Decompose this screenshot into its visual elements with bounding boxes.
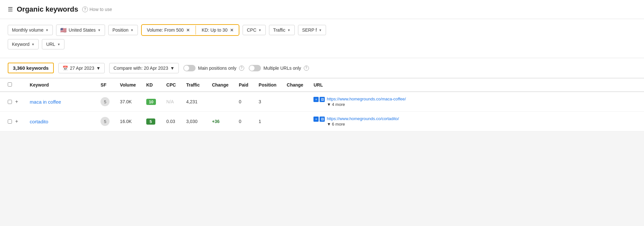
row1-kd-cell: 10 xyxy=(141,92,161,112)
header: ☰ Organic keywords ? How to use xyxy=(0,0,644,19)
date-picker-button[interactable]: 📅 27 Apr 2023 ▼ xyxy=(58,63,105,73)
filters-row-1: Monthly volume ▼ 🇺🇸 United States ▼ Posi… xyxy=(8,24,636,36)
row2-url-text-block: https://www.homegrounds.co/cortadito/ ▼ … xyxy=(327,116,399,127)
hamburger-icon[interactable]: ☰ xyxy=(8,6,13,13)
monthly-volume-filter[interactable]: Monthly volume ▼ xyxy=(8,25,53,35)
keyword-filter-arrow: ▼ xyxy=(31,43,34,46)
row1-url-more-arrow: ▼ xyxy=(327,102,331,107)
row2-kd-cell: 5 xyxy=(141,112,161,131)
th-paid: Paid xyxy=(234,78,254,92)
cpc-arrow: ▼ xyxy=(258,28,262,32)
row2-sf-cell: 5 xyxy=(95,112,115,131)
row1-url-icons: ≡ 🖼 xyxy=(313,97,325,102)
row2-checkbox[interactable] xyxy=(8,119,12,124)
row2-change-position-cell xyxy=(282,112,308,131)
date-arrow: ▼ xyxy=(96,66,101,71)
compare-arrow: ▼ xyxy=(170,66,175,71)
multiple-urls-help-icon[interactable]: ? xyxy=(304,66,309,71)
select-all-checkbox[interactable] xyxy=(8,82,12,87)
position-arrow: ▼ xyxy=(130,28,134,32)
main-positions-toggle-group: Main positions only ? xyxy=(183,65,244,71)
help-button[interactable]: ? How to use xyxy=(82,6,112,12)
row2-url-more-arrow: ▼ xyxy=(327,122,331,127)
us-flag-icon: 🇺🇸 xyxy=(60,27,67,33)
volume-filter-label: Volume: From 500 xyxy=(147,27,184,33)
th-volume: Volume xyxy=(115,78,141,92)
row1-checkbox-cell: + xyxy=(0,92,24,112)
row1-paid-cell: 0 xyxy=(234,92,254,112)
keywords-count: 3,360 keywords xyxy=(13,65,49,71)
row1-url-icon-img: 🖼 xyxy=(320,97,325,102)
serp-label: SERP f xyxy=(302,27,317,33)
position-filter[interactable]: Position ▼ xyxy=(108,25,138,35)
multiple-urls-label: Multiple URLs only xyxy=(264,66,301,71)
row2-url-icons: ≡ 🖼 xyxy=(313,117,325,122)
row2-keyword-cell: cortadito xyxy=(24,112,95,131)
traffic-arrow: ▼ xyxy=(287,28,291,32)
tag-divider xyxy=(196,26,196,35)
kd-filter-label: KD: Up to 30 xyxy=(202,27,227,33)
compare-label: Compare with: 20 Apr 2023 xyxy=(113,66,168,71)
row1-cpc-value: N/A xyxy=(166,99,174,104)
th-position: Position xyxy=(254,78,282,92)
row2-url-more-text: 6 more xyxy=(332,122,345,127)
row1-url-more[interactable]: ▼ 4 more xyxy=(327,102,406,107)
controls-bar: 3,360 keywords 📅 27 Apr 2023 ▼ Compare w… xyxy=(0,58,644,78)
country-label: United States xyxy=(69,27,96,33)
th-change2: Change xyxy=(282,78,308,92)
row2-keyword-link[interactable]: cortadito xyxy=(30,119,48,124)
main-positions-help-icon[interactable]: ? xyxy=(239,66,244,71)
row2-traffic-cell: 3,030 xyxy=(181,112,207,131)
keyword-filter-label: Keyword xyxy=(12,42,29,47)
serp-arrow: ▼ xyxy=(319,28,322,32)
row1-change-traffic-cell xyxy=(207,92,234,112)
compare-button[interactable]: Compare with: 20 Apr 2023 ▼ xyxy=(109,63,179,73)
row1-expand-button[interactable]: + xyxy=(14,99,19,105)
active-filters-group: Volume: From 500 ✕ KD: Up to 30 ✕ xyxy=(141,24,240,36)
table-row: + cortadito 5 16.0K 5 0.03 3,030 +36 xyxy=(0,112,644,131)
row1-url-link[interactable]: https://www.homegrounds.co/maca-coffee/ xyxy=(327,97,406,101)
serp-filter[interactable]: SERP f ▼ xyxy=(298,25,326,35)
date-label: 27 Apr 2023 xyxy=(70,66,94,71)
row2-url-more[interactable]: ▼ 6 more xyxy=(327,122,399,127)
keywords-count-badge: 3,360 keywords xyxy=(8,63,54,73)
multiple-urls-toggle[interactable] xyxy=(249,65,261,71)
row1-kd-badge: 10 xyxy=(146,99,156,105)
country-arrow: ▼ xyxy=(98,28,101,32)
main-positions-toggle[interactable] xyxy=(183,65,196,71)
row1-position-cell: 3 xyxy=(254,92,282,112)
volume-filter-close[interactable]: ✕ xyxy=(186,28,190,33)
page-title: Organic keywords xyxy=(17,5,78,14)
row2-url-icon-doc: ≡ xyxy=(313,117,319,122)
row1-traffic-cell: 4,231 xyxy=(181,92,207,112)
cpc-filter[interactable]: CPC ▼ xyxy=(243,25,265,35)
row2-url-link[interactable]: https://www.homegrounds.co/cortadito/ xyxy=(327,116,399,121)
row1-sf-badge: 5 xyxy=(101,97,110,106)
monthly-volume-label: Monthly volume xyxy=(12,27,43,33)
traffic-filter[interactable]: Traffic ▼ xyxy=(269,25,295,35)
row1-sf-cell: 5 xyxy=(95,92,115,112)
row1-volume-cell: 37.0K xyxy=(115,92,141,112)
row1-url-cell: ≡ 🖼 https://www.homegrounds.co/maca-coff… xyxy=(308,92,644,112)
row1-cpc-cell: N/A xyxy=(161,92,181,112)
table-header-row: Keyword SF Volume KD CPC Traffic Change … xyxy=(0,78,644,92)
row1-keyword-link[interactable]: maca in coffee xyxy=(30,99,61,105)
help-icon: ? xyxy=(82,6,88,12)
th-cpc: CPC xyxy=(161,78,181,92)
keyword-filter[interactable]: Keyword ▼ xyxy=(8,39,39,49)
row2-volume-cell: 16.0K xyxy=(115,112,141,131)
filters-row-2: Keyword ▼ URL ▼ xyxy=(8,39,636,49)
row2-url-icon-img: 🖼 xyxy=(320,117,325,122)
row1-checkbox[interactable] xyxy=(8,100,12,104)
row2-checkbox-cell: + xyxy=(0,112,24,131)
kd-filter-close[interactable]: ✕ xyxy=(230,28,234,33)
url-filter[interactable]: URL ▼ xyxy=(42,39,64,49)
country-filter[interactable]: 🇺🇸 United States ▼ xyxy=(56,25,105,36)
row2-paid-cell: 0 xyxy=(234,112,254,131)
monthly-volume-arrow: ▼ xyxy=(45,28,49,32)
help-text: How to use xyxy=(90,7,112,12)
position-label: Position xyxy=(112,27,129,33)
kd-filter-tag: KD: Up to 30 ✕ xyxy=(198,26,237,35)
row2-expand-button[interactable]: + xyxy=(14,118,19,124)
filters-section: Monthly volume ▼ 🇺🇸 United States ▼ Posi… xyxy=(0,19,644,58)
